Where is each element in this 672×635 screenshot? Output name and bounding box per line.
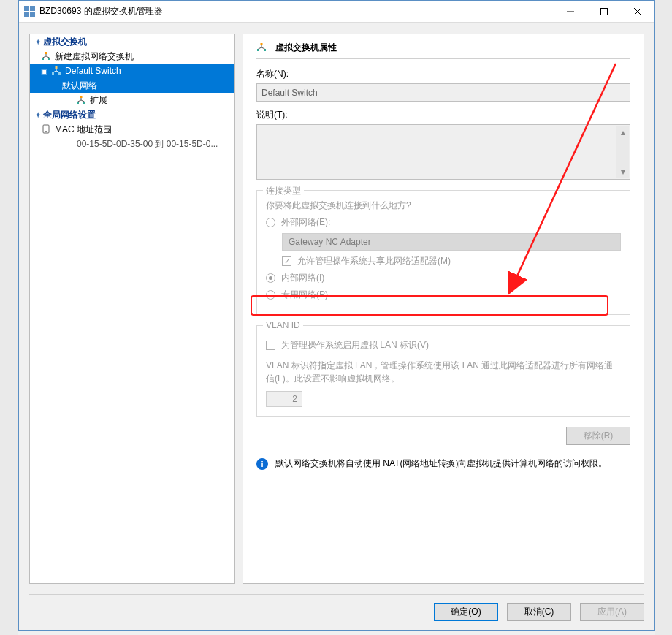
- svg-line-14: [53, 71, 57, 72]
- extension-icon: [75, 94, 87, 106]
- tree-item-mac-range[interactable]: MAC 地址范围: [30, 122, 234, 137]
- tree-item-extension[interactable]: 扩展: [30, 93, 234, 107]
- dialog-body: ✦ 虚拟交换机 新建虚拟网络交换机 ▣ Default Switch: [19, 23, 654, 630]
- vlan-description: VLAN 标识符指定虚拟 LAN，管理操作系统使用该 LAN 通过此网络适配器进…: [266, 359, 621, 385]
- tree-item-label: 新建虚拟网络交换机: [55, 50, 134, 63]
- allow-mgmt-label: 允许管理操作系统共享此网络适配器(M): [297, 255, 451, 267]
- connection-question: 你要将此虚拟交换机连接到什么地方?: [266, 199, 621, 212]
- collapse-icon[interactable]: ✦: [33, 38, 43, 46]
- scroll-up-icon: ▴: [621, 127, 625, 137]
- collapse-icon[interactable]: ✦: [33, 111, 43, 119]
- vlan-enable-label: 为管理操作系统启用虚拟 LAN 标识(V): [281, 339, 429, 351]
- svg-point-23: [45, 131, 47, 132]
- tree-item-label: 扩展: [90, 94, 107, 107]
- svg-rect-24: [257, 49, 259, 51]
- close-icon: [634, 8, 641, 15]
- svg-rect-10: [52, 72, 54, 75]
- vlan-group: VLAN ID 为管理操作系统启用虚拟 LAN 标识(V) VLAN 标识符指定…: [256, 325, 630, 417]
- tree-section-label: 虚拟交换机: [43, 36, 87, 48]
- tree-item-label: 默认网络: [62, 80, 97, 92]
- svg-line-21: [81, 100, 85, 102]
- tree-item-label: MAC 地址范围: [55, 123, 112, 136]
- radio-internal: [266, 273, 275, 283]
- bottom-divider: [29, 594, 644, 595]
- properties-title: 虚拟交换机属性: [275, 42, 337, 54]
- svg-rect-12: [56, 66, 58, 69]
- mac-icon: [40, 123, 52, 135]
- minimize-button[interactable]: [554, 1, 587, 23]
- svg-rect-16: [77, 102, 79, 104]
- radio-external: [266, 218, 275, 227]
- properties-pane: 虚拟交换机属性 名称(N): 说明(T): ▴▾ 连接类型 你要将此虚拟交换机连…: [243, 34, 644, 584]
- tree-item-label: Default Switch: [65, 66, 121, 76]
- allow-mgmt-row: ✓ 允许管理操作系统共享此网络适配器(M): [282, 255, 621, 267]
- switch-icon: [256, 42, 268, 54]
- scroll-down-icon: ▾: [621, 167, 625, 177]
- window-title: BZD30693 的虚拟交换机管理器: [39, 5, 554, 18]
- radio-private-row: 专用网络(P): [266, 289, 621, 301]
- tree-pane[interactable]: ✦ 虚拟交换机 新建虚拟网络交换机 ▣ Default Switch: [29, 34, 235, 584]
- switch-icon: [40, 50, 52, 62]
- svg-line-28: [259, 47, 262, 49]
- tree-item-default-switch[interactable]: ▣ Default Switch: [30, 64, 234, 78]
- radio-private: [266, 290, 275, 300]
- vlan-enable-checkbox: [266, 341, 275, 350]
- vlan-id-input: [266, 391, 302, 407]
- ok-button[interactable]: 确定(O): [434, 603, 498, 621]
- radio-external-row: 外部网络(E):: [266, 216, 621, 229]
- description-label: 说明(T):: [256, 109, 630, 121]
- cancel-button[interactable]: 取消(C): [507, 603, 571, 621]
- svg-line-20: [78, 100, 82, 102]
- group-legend: VLAN ID: [263, 320, 303, 330]
- vlan-enable-row: 为管理操作系统启用虚拟 LAN 标识(V): [266, 339, 621, 351]
- maximize-icon: [600, 8, 608, 15]
- svg-rect-25: [264, 49, 266, 51]
- tree-sub-label: 00-15-5D-0D-35-00 到 00-15-5D-0...: [77, 138, 218, 151]
- svg-rect-4: [42, 58, 44, 60]
- minimize-icon: [567, 8, 574, 15]
- svg-rect-26: [261, 43, 263, 45]
- switch-icon: [50, 65, 62, 77]
- svg-rect-17: [83, 102, 85, 104]
- svg-rect-6: [45, 52, 47, 54]
- svg-rect-11: [58, 72, 61, 75]
- apply-button: 应用(A): [580, 603, 644, 621]
- backdrop-right: [655, 0, 672, 635]
- tree-section-label: 全局网络设置: [43, 109, 96, 121]
- remove-button: 移除(R): [566, 427, 630, 445]
- remove-row: 移除(R): [256, 427, 630, 445]
- group-legend: 连接类型: [263, 185, 304, 197]
- allow-mgmt-checkbox: ✓: [282, 256, 291, 266]
- tree-item-default-network[interactable]: 默认网络: [30, 78, 234, 93]
- tree-section-global[interactable]: ✦ 全局网络设置: [30, 107, 234, 122]
- name-label: 名称(N):: [256, 68, 630, 80]
- titlebar[interactable]: BZD30693 的虚拟交换机管理器: [19, 1, 654, 23]
- tree-item-mac-detail: 00-15-5D-0D-35-00 到 00-15-5D-0...: [30, 137, 234, 151]
- dialog-buttons: 确定(O) 取消(C) 应用(A): [434, 603, 644, 621]
- expand-icon[interactable]: ▣: [39, 67, 49, 75]
- tree-item-new-switch[interactable]: 新建虚拟网络交换机: [30, 49, 234, 64]
- connection-type-group: 连接类型 你要将此虚拟交换机连接到什么地方? 外部网络(E): Gateway …: [256, 190, 630, 315]
- backdrop-left: [0, 0, 18, 635]
- svg-line-8: [43, 56, 47, 58]
- adapter-value: Gateway NC Adapter: [289, 237, 371, 247]
- info-icon: i: [256, 458, 268, 470]
- maximize-button[interactable]: [587, 1, 621, 23]
- tree-section-vswitch[interactable]: ✦ 虚拟交换机: [30, 34, 234, 49]
- scrollbar: ▴▾: [616, 126, 629, 178]
- radio-private-label: 专用网络(P): [281, 289, 328, 301]
- svg-rect-5: [48, 58, 50, 60]
- close-button[interactable]: [621, 1, 654, 23]
- info-row: i 默认网络交换机将自动使用 NAT(网络地址转换)向虚拟机提供计算机网络的访问…: [256, 457, 630, 470]
- properties-header: 虚拟交换机属性: [256, 42, 630, 59]
- external-adapter-select: Gateway NC Adapter: [282, 233, 621, 251]
- svg-rect-1: [601, 8, 608, 15]
- radio-external-label: 外部网络(E):: [281, 216, 330, 229]
- radio-internal-label: 内部网络(I): [281, 272, 324, 284]
- dialog-window: BZD30693 的虚拟交换机管理器 ✦ 虚拟交换机 新建: [18, 0, 655, 631]
- description-textarea: ▴▾: [256, 124, 630, 180]
- svg-rect-18: [80, 96, 83, 98]
- info-text: 默认网络交换机将自动使用 NAT(网络地址转换)向虚拟机提供计算机网络的访问权限…: [275, 457, 607, 470]
- svg-line-29: [261, 47, 265, 49]
- name-input: [256, 83, 630, 102]
